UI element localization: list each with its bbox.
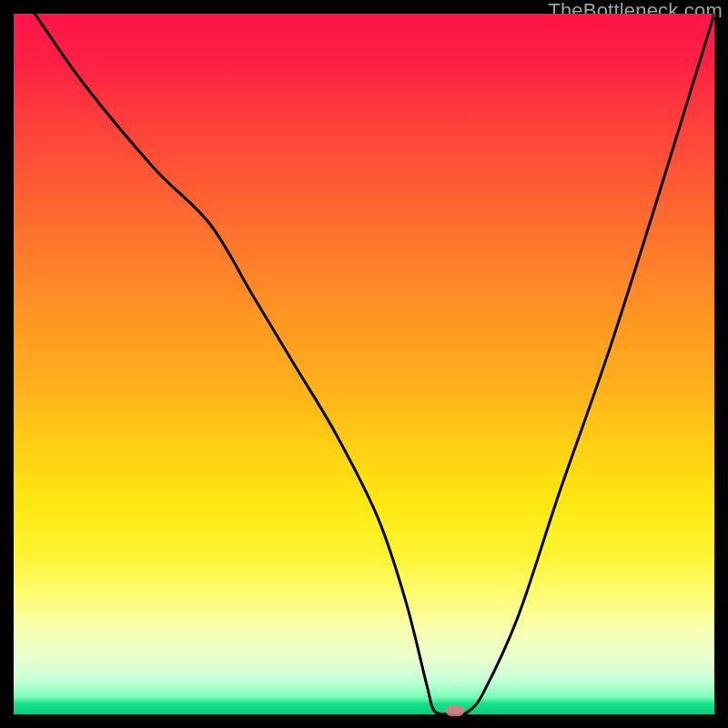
chart-frame [14,14,714,714]
chart-container: TheBottleneck.com [0,0,728,728]
optimal-marker [446,705,464,716]
gradient-background [14,14,714,714]
